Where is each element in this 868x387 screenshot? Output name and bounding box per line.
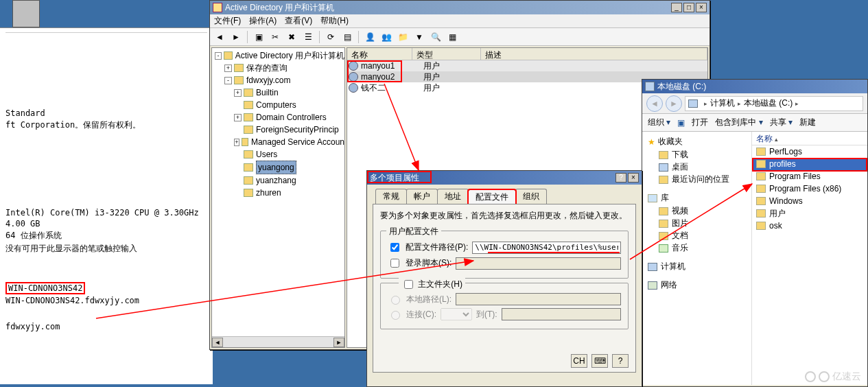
delete-icon[interactable]: ✖ — [285, 30, 298, 44]
close-button[interactable]: × — [628, 173, 639, 183]
expander-icon[interactable]: + — [234, 89, 242, 97]
tree-yuangong[interactable]: yuangong — [256, 161, 296, 174]
expander-icon[interactable]: + — [234, 139, 239, 146]
explorer-titlebar[interactable]: 本地磁盘 (C:) — [642, 80, 867, 93]
chk-home-folder[interactable] — [404, 280, 413, 289]
menu-file[interactable]: 文件(F) — [214, 15, 241, 27]
nav-network[interactable]: 网络 — [661, 279, 677, 291]
expander-icon[interactable]: + — [224, 64, 232, 72]
nav-downloads[interactable]: 下载 — [672, 149, 688, 161]
tab-general[interactable]: 常规 — [375, 189, 407, 204]
ad-tree-pane[interactable]: -Active Directory 用户和计算机 +保存的查询 -fdwxyjy… — [211, 47, 345, 348]
addr-computer[interactable]: 计算机 — [710, 97, 735, 109]
nav-favorites[interactable]: 收藏夹 — [658, 136, 683, 148]
minimize-button[interactable]: _ — [671, 3, 682, 12]
tree-saved-queries[interactable]: 保存的查询 — [246, 62, 288, 74]
tree-root[interactable]: Active Directory 用户和计算机 — [235, 49, 344, 62]
list-row[interactable]: manyou1用户 — [347, 60, 707, 71]
radio-connect[interactable] — [391, 311, 400, 320]
cmd-new[interactable]: 新建 — [799, 117, 816, 128]
props-titlebar[interactable]: 多个项目属性 ? × — [367, 171, 642, 185]
nav-back-icon[interactable]: ◄ — [646, 95, 663, 112]
cmd-include[interactable]: 包含到库中 — [715, 117, 762, 128]
scroll-left-icon[interactable]: ◄ — [212, 338, 223, 347]
input-connect-to[interactable] — [502, 308, 621, 320]
file-item[interactable]: Program Files — [752, 170, 867, 183]
new-user-icon[interactable]: 👤 — [363, 30, 377, 44]
tree-users[interactable]: Users — [256, 148, 277, 161]
forward-icon[interactable]: ► — [229, 30, 243, 44]
properties-icon[interactable]: ☰ — [301, 30, 315, 44]
nav-recent[interactable]: 最近访问的位置 — [672, 174, 729, 185]
input-logon-script[interactable] — [456, 257, 621, 270]
col-name[interactable]: 名称 ▴ — [752, 132, 867, 145]
tab-address[interactable]: 地址 — [437, 189, 469, 204]
col-desc[interactable]: 描述 — [481, 48, 707, 60]
tab-account[interactable]: 帐户 — [406, 189, 438, 204]
tab-profile[interactable]: 配置文件 — [468, 189, 516, 204]
find-icon[interactable]: 🔍 — [429, 30, 443, 44]
chk-logon-script[interactable] — [390, 259, 399, 268]
col-type[interactable]: 类型 — [412, 48, 481, 60]
tree-computers[interactable]: Computers — [256, 99, 296, 111]
file-item-profiles[interactable]: profiles — [752, 158, 867, 170]
expander-icon[interactable]: - — [215, 52, 222, 60]
radio-local-path[interactable] — [391, 296, 400, 305]
address-bar[interactable]: ▸ 计算机 ▸ 本地磁盘 (C:) ▸ — [685, 96, 863, 111]
up-icon[interactable]: ▣ — [252, 30, 266, 44]
input-local-path[interactable] — [456, 293, 621, 305]
cmd-organize[interactable]: 组织 — [648, 117, 670, 128]
cmd-open-icon[interactable]: ▣ — [677, 118, 685, 128]
cut-icon[interactable]: ✂ — [268, 30, 282, 44]
menu-help[interactable]: 帮助(H) — [320, 15, 349, 27]
file-item[interactable]: PerfLogs — [752, 145, 867, 158]
cmd-open[interactable]: 打开 — [692, 117, 708, 128]
tree-zhuren[interactable]: zhuren — [256, 187, 281, 199]
cmd-share[interactable]: 共享 — [770, 117, 793, 128]
menu-view[interactable]: 查看(V) — [285, 15, 312, 27]
explorer-nav-pane[interactable]: ★收藏夹 下载 桌面 最近访问的位置 库 视频 图片 文档 音乐 计算机 网络 — [642, 132, 752, 385]
tree-fsp[interactable]: ForeignSecurityPrincip — [256, 124, 339, 136]
more-icon[interactable]: ▦ — [445, 30, 459, 44]
filter-icon[interactable]: ▼ — [412, 30, 426, 44]
help-button[interactable]: ? — [615, 173, 626, 183]
back-icon[interactable]: ◄ — [213, 30, 226, 44]
col-name[interactable]: 名称 — [347, 48, 412, 60]
tree-builtin[interactable]: Builtin — [256, 86, 279, 99]
scroll-right-icon[interactable]: ► — [333, 338, 344, 347]
file-item[interactable]: osk — [752, 220, 867, 232]
tab-org[interactable]: 组织 — [515, 189, 547, 204]
expander-icon[interactable]: - — [224, 77, 232, 84]
refresh-icon[interactable]: ⟳ — [324, 30, 338, 44]
tree-dcs[interactable]: Domain Controllers — [256, 111, 327, 124]
file-item[interactable]: Program Files (x86) — [752, 183, 867, 195]
help-icon[interactable]: ? — [612, 354, 629, 368]
tree-domain[interactable]: fdwxyjy.com — [246, 74, 290, 86]
nav-desktop[interactable]: 桌面 — [672, 161, 688, 173]
list-icon[interactable]: ▤ — [340, 30, 354, 44]
addr-drive[interactable]: 本地磁盘 (C:) — [744, 97, 793, 109]
file-item[interactable]: Windows — [752, 195, 867, 207]
explorer-file-list[interactable]: 名称 ▴ PerfLogs profiles Program Files Pro… — [752, 132, 867, 385]
keyboard-icon[interactable]: ⌨ — [591, 354, 608, 368]
lang-ch-button[interactable]: CH — [571, 354, 587, 368]
nav-pictures[interactable]: 图片 — [672, 218, 688, 229]
nav-videos[interactable]: 视频 — [672, 205, 688, 217]
nav-forward-icon[interactable]: ► — [666, 95, 682, 112]
new-group-icon[interactable]: 👥 — [379, 30, 393, 44]
menu-action[interactable]: 操作(A) — [249, 15, 277, 27]
chk-profile-path[interactable] — [390, 243, 399, 252]
new-ou-icon[interactable]: 📁 — [396, 30, 410, 44]
file-item[interactable]: 用户 — [752, 207, 867, 220]
expander-icon[interactable]: + — [234, 114, 242, 121]
nav-documents[interactable]: 文档 — [672, 230, 688, 242]
tree-msa[interactable]: Managed Service Accoun — [251, 136, 344, 148]
nav-libraries[interactable]: 库 — [661, 192, 669, 204]
select-drive-letter[interactable] — [441, 308, 472, 320]
tree-yuanzhang[interactable]: yuanzhang — [256, 174, 296, 187]
nav-music[interactable]: 音乐 — [672, 242, 688, 254]
maximize-button[interactable]: □ — [683, 3, 694, 12]
ad-titlebar[interactable]: Active Directory 用户和计算机 _ □ × — [210, 1, 709, 14]
ad-tree-hscrollbar[interactable]: ◄ ► — [212, 336, 344, 347]
nav-computer[interactable]: 计算机 — [661, 261, 685, 272]
